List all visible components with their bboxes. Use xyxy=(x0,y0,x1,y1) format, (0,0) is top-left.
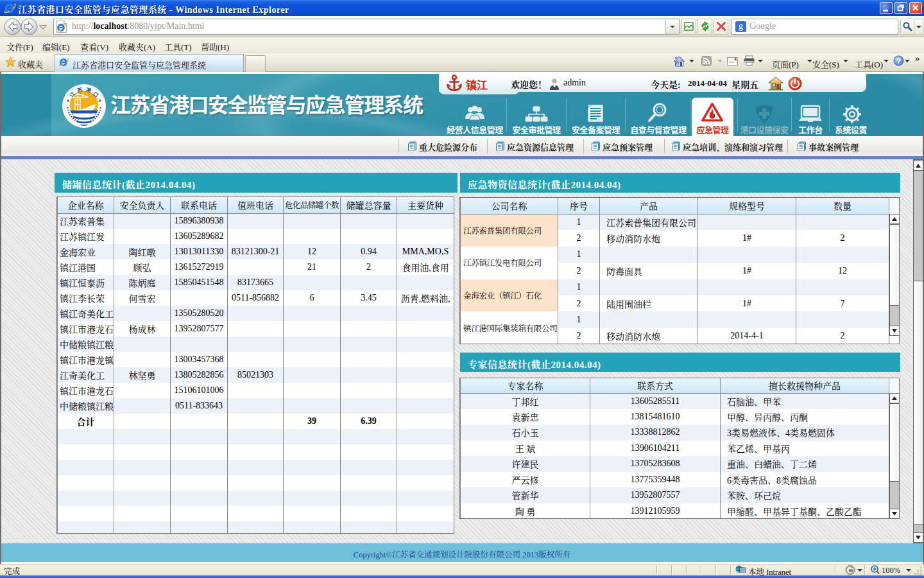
svg-text:?: ? xyxy=(896,57,901,65)
